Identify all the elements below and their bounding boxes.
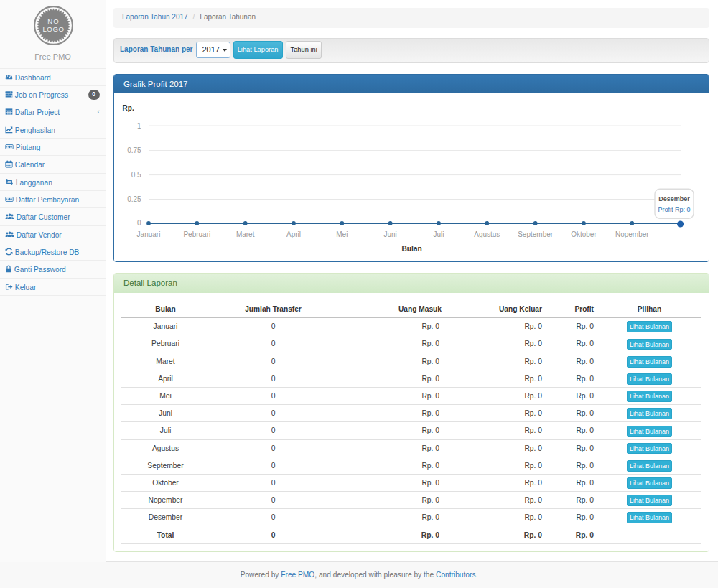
svg-text:0: 0: [137, 219, 141, 227]
svg-text:Mei: Mei: [336, 230, 348, 238]
svg-text:Agustus: Agustus: [474, 230, 500, 238]
svg-text:0.25: 0.25: [127, 195, 141, 203]
svg-text:Januari: Januari: [137, 230, 161, 238]
svg-text:Pebruari: Pebruari: [183, 230, 210, 238]
svg-text:April: April: [286, 230, 301, 238]
svg-text:Nopember: Nopember: [615, 230, 649, 238]
svg-text:Rp.: Rp.: [123, 103, 134, 111]
svg-text:Juni: Juni: [383, 230, 396, 238]
svg-text:LOGO: LOGO: [42, 25, 64, 33]
svg-text:Bulan: Bulan: [401, 245, 421, 253]
svg-text:Maret: Maret: [236, 230, 255, 238]
svg-text:Oktober: Oktober: [571, 230, 597, 238]
svg-text:September: September: [518, 230, 554, 238]
svg-text:Profit Rp: 0: Profit Rp: 0: [658, 205, 690, 213]
svg-text:1: 1: [137, 121, 141, 129]
svg-text:0.5: 0.5: [131, 171, 141, 179]
svg-text:0.75: 0.75: [127, 146, 141, 154]
svg-text:Desember: Desember: [658, 195, 690, 202]
svg-text:NO: NO: [47, 17, 59, 25]
svg-text:Juli: Juli: [433, 230, 444, 238]
